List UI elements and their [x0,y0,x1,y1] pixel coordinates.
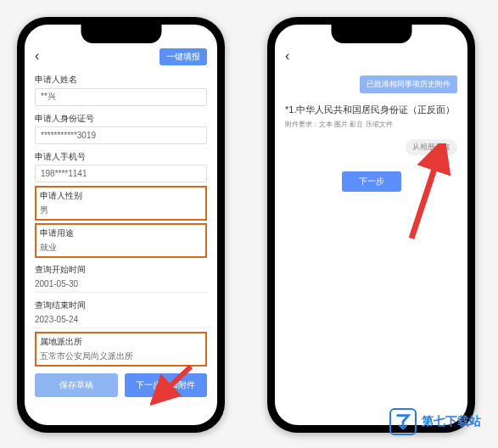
phone-screen-right: ‹ 已批准相同事项历史附件 *1.中华人民共和国居民身份证（正反面） 附件要求：… [275,25,467,425]
field-label: 申请人姓名 [35,70,207,87]
quick-fill-button[interactable]: 一键填报 [159,48,207,65]
field-id: 申请人身份证号 [35,109,207,144]
start-value: 2001-05-30 [35,277,207,290]
watermark-logo-icon [389,408,417,435]
svg-line-3 [411,154,439,238]
field-gender-highlighted[interactable]: 申请人性别 男 [35,186,207,221]
phone-notch [81,25,161,43]
divider [35,292,207,293]
field-purpose-highlighted[interactable]: 申请用途 就业 [35,223,207,258]
phone-screen-left: ‹ 一键填报 申请人姓名 申请人身份证号 申请人手机号 申请人性别 男 申请用途… [25,25,217,425]
divider [35,328,207,328]
watermark-text: 第七下载站 [422,414,481,429]
watermark: 第七下载站 [389,408,481,435]
field-label: 申请人性别 [40,189,202,204]
field-start-date[interactable]: 查询开始时间 2001-05-30 [35,260,207,293]
document-requirements: 附件要求：文本 图片 影音 压缩文件 [285,120,457,129]
field-label: 查询结束时间 [35,296,207,313]
annotation-arrow-icon [150,360,197,406]
back-button[interactable]: ‹ [35,48,39,64]
field-label: 申请用途 [40,227,202,241]
field-name: 申请人姓名 [35,70,207,106]
name-input[interactable] [35,88,207,106]
field-label: 属地派出所 [40,335,202,350]
id-input[interactable] [35,126,207,144]
save-draft-button[interactable]: 保存草稿 [35,373,118,397]
end-value: 2023-05-24 [35,313,207,326]
svg-line-1 [160,367,191,395]
history-attachments-button[interactable]: 已批准相同事项历史附件 [360,76,457,93]
phone-notch [331,25,411,43]
next-step-button[interactable]: 下一步 [342,171,401,192]
phone-input[interactable] [35,165,207,182]
phone-frame-right: ‹ 已批准相同事项历史附件 *1.中华人民共和国居民身份证（正反面） 附件要求：… [267,17,475,433]
gender-value: 男 [40,204,202,217]
field-label: 申请人手机号 [35,148,207,165]
purpose-value: 就业 [40,241,202,255]
phone-frame-left: ‹ 一键填报 申请人姓名 申请人身份证号 申请人手机号 申请人性别 男 申请用途… [17,17,225,433]
document-title: *1.中华人民共和国居民身份证（正反面） [285,100,457,116]
annotation-arrow-icon [401,143,452,245]
back-button[interactable]: ‹ [285,48,289,64]
field-label: 查询开始时间 [35,260,207,277]
field-label: 申请人身份证号 [35,109,207,126]
field-phone: 申请人手机号 [35,148,207,182]
field-end-date[interactable]: 查询结束时间 2023-05-24 [35,296,207,328]
